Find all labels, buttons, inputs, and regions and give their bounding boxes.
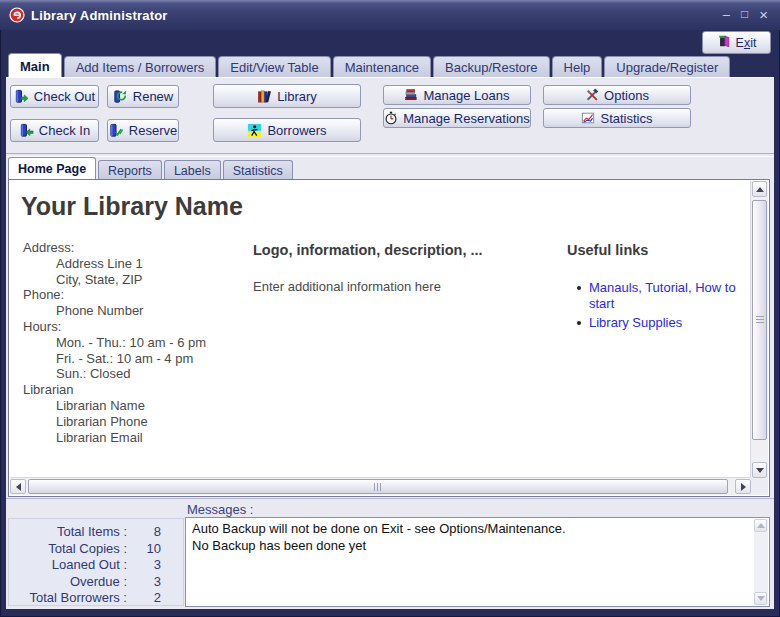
info-line: Address: (23, 240, 251, 256)
tools-icon (585, 88, 599, 102)
check-out-button[interactable]: Check Out (10, 85, 99, 108)
info-line: Librarian (23, 382, 251, 398)
subtab-statistics[interactable]: Statistics (223, 160, 293, 179)
close-button[interactable]: × (759, 7, 768, 22)
horizontal-scroll-thumb[interactable] (28, 479, 728, 494)
library-name-heading: Your Library Name (21, 192, 243, 221)
messages-label: Messages : (187, 502, 253, 517)
borrowers-button[interactable]: Borrowers (213, 118, 361, 142)
reserve-button[interactable]: Reserve (107, 119, 179, 142)
tab-add-items-borrowers[interactable]: Add Items / Borrowers (64, 56, 217, 77)
manage-reservations-button[interactable]: Manage Reservations (383, 108, 531, 128)
message-line: Auto Backup will not be done on Exit - s… (192, 521, 751, 538)
stat-label: Total Copies : (9, 541, 127, 558)
scroll-left-button[interactable] (10, 479, 26, 494)
tab-main[interactable]: Main (8, 53, 62, 77)
stat-row: Loaned Out : 3 (9, 557, 183, 574)
renew-button[interactable]: Renew (107, 85, 179, 108)
tab-upgrade-register[interactable]: Upgrade/Register (604, 56, 730, 77)
vertical-scroll-thumb[interactable] (752, 200, 767, 440)
manage-loans-button[interactable]: Manage Loans (383, 85, 531, 105)
options-button[interactable]: Options (543, 85, 691, 105)
arrow-down-icon (756, 468, 764, 473)
useful-links-heading: Useful links (567, 242, 739, 258)
window-title: Library Administrator (31, 8, 168, 23)
subtab-reports[interactable]: Reports (98, 160, 162, 179)
list-item: Library Supplies (567, 315, 739, 331)
messages-label-row: Messages : (6, 498, 774, 517)
library-supplies-link[interactable]: Library Supplies (589, 315, 682, 330)
message-line: No Backup has been done yet (192, 538, 751, 555)
statistics-button[interactable]: Statistics (543, 108, 691, 128)
info-line: Phone: (23, 287, 251, 303)
main-tab-page: Check Out Renew Library (6, 77, 774, 609)
exit-label: Exit (736, 36, 757, 50)
arrow-left-icon (16, 483, 21, 491)
stat-label: Total Items : (9, 524, 127, 541)
description-block: Logo, information, description, ... Ente… (253, 242, 543, 294)
scroll-up-button[interactable] (752, 181, 767, 197)
check-in-button[interactable]: Check In (10, 119, 99, 142)
chart-icon (581, 111, 595, 125)
stat-value: 8 (127, 524, 161, 541)
arrow-down-icon (757, 596, 765, 601)
stat-value: 3 (127, 574, 161, 591)
minimize-button[interactable]: – (723, 8, 730, 21)
info-line: Librarian Name (23, 398, 251, 414)
info-line: Fri. - Sat.: 10 am - 4 pm (23, 351, 251, 367)
stat-label: Total Borrowers : (9, 590, 127, 607)
messages-scrollbar[interactable] (754, 519, 768, 605)
info-line: Phone Number (23, 303, 251, 319)
stat-row: Overdue : 3 (9, 574, 183, 591)
scroll-right-button[interactable] (735, 479, 751, 494)
book-renew-icon (113, 89, 128, 104)
scroll-up-button[interactable] (754, 519, 767, 532)
running-person-icon (247, 123, 262, 138)
stat-label: Overdue : (9, 574, 127, 591)
stat-value: 2 (127, 590, 161, 607)
exit-door-icon (717, 34, 731, 51)
book-check-icon (109, 123, 124, 138)
info-line: Sun.: Closed (23, 366, 251, 382)
manuals-tutorial-link[interactable]: Manauls, Tutorial, How to start (589, 280, 736, 311)
main-tab-bar: Main Add Items / Borrowers Edit/View Tab… (8, 53, 730, 77)
scroll-down-button[interactable] (752, 462, 767, 478)
stats-panel: Total Items : 8 Total Copies : 10 Loaned… (8, 518, 184, 606)
horizontal-scrollbar[interactable] (10, 477, 751, 495)
vertical-scrollbar[interactable] (750, 181, 768, 478)
maximize-button[interactable]: □ (741, 8, 748, 20)
list-item: Manauls, Tutorial, How to start (567, 280, 739, 312)
app-icon (9, 7, 25, 23)
stat-label: Loaned Out : (9, 557, 127, 574)
arrow-up-icon (756, 187, 764, 192)
description-body: Enter additional information here (253, 279, 543, 294)
messages-box: Auto Backup will not be done on Exit - s… (185, 517, 770, 607)
scrollbar-corner (751, 478, 768, 495)
loans-stack-icon (404, 88, 418, 102)
thumb-grip-icon (756, 316, 764, 324)
library-books-icon (257, 89, 272, 104)
stat-row: Total Borrowers : 2 (9, 590, 183, 607)
stat-value: 10 (127, 541, 161, 558)
book-arrow-left-icon (19, 123, 34, 138)
stat-value: 3 (127, 557, 161, 574)
thumb-grip-icon (374, 483, 382, 491)
tab-help[interactable]: Help (552, 56, 603, 77)
tab-edit-view-table[interactable]: Edit/View Table (218, 56, 330, 77)
subtab-home-page[interactable]: Home Page (8, 157, 96, 179)
titlebar[interactable]: Library Administrator – □ × (0, 0, 780, 30)
tab-maintenance[interactable]: Maintenance (333, 56, 431, 77)
stopwatch-icon (384, 111, 398, 125)
info-line: Librarian Phone (23, 414, 251, 430)
info-line: Hours: (23, 319, 251, 335)
arrow-up-icon (757, 523, 765, 528)
tab-backup-restore[interactable]: Backup/Restore (433, 56, 550, 77)
subtab-labels[interactable]: Labels (164, 160, 221, 179)
app-window: Library Administrator – □ × Exit Main Ad… (0, 0, 780, 617)
book-arrow-right-icon (14, 89, 29, 104)
scroll-down-button[interactable] (754, 592, 767, 605)
info-line: Address Line 1 (23, 256, 251, 272)
library-button[interactable]: Library (213, 84, 361, 108)
info-line: Mon. - Thu.: 10 am - 6 pm (23, 335, 251, 351)
exit-button[interactable]: Exit (702, 31, 771, 54)
